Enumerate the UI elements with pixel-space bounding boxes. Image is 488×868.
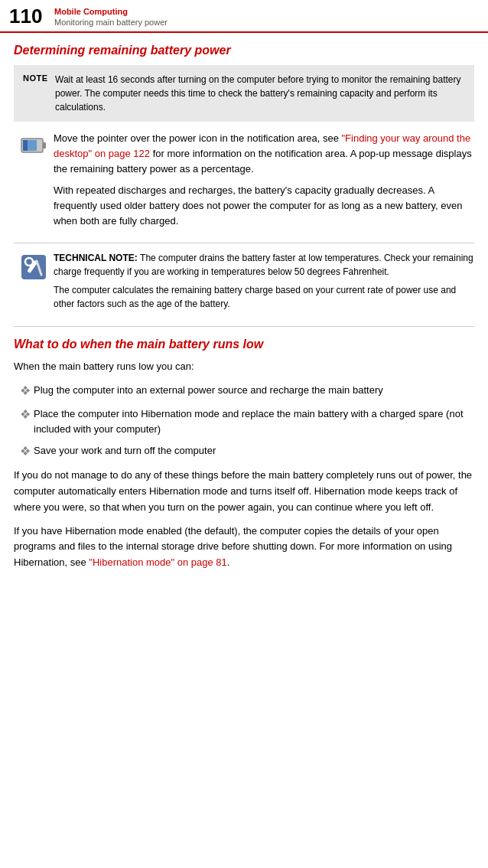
page-number: 110 [9, 6, 51, 26]
power-icon [20, 132, 47, 160]
bullet-text-1: Plug the computer into an external power… [34, 383, 474, 398]
technical-note-section: TECHNICAL NOTE: The computer drains the … [14, 251, 474, 327]
pointer-second-para: With repeated discharges and recharges, … [54, 183, 474, 229]
note-label: NOTE [23, 73, 55, 83]
note-text: Wait at least 16 seconds after turning o… [55, 73, 465, 114]
pointer-section: Move the pointer over the power icon in … [14, 131, 474, 244]
svg-rect-3 [23, 140, 28, 151]
note-box: NOTE Wait at least 16 seconds after turn… [14, 65, 474, 122]
bullet-diamond-1: ❖ [14, 383, 34, 400]
header-category: Mobile Computing [54, 6, 168, 17]
bullet-diamond-3: ❖ [14, 443, 34, 460]
section-heading-determining: Determining remaining battery power [14, 44, 474, 57]
pointer-text-block: Move the pointer over the power icon in … [54, 131, 474, 236]
bullet-text-3: Save your work and turn off the computer [34, 443, 474, 458]
bullet-text-2: Place the computer into Hibernation mode… [34, 406, 474, 437]
main-content: Determining remaining battery power NOTE… [0, 44, 488, 592]
what-to-do-intro: When the main battery runs low you can: [14, 359, 474, 375]
list-item: ❖ Place the computer into Hibernation mo… [14, 406, 474, 437]
header-subtitle: Monitoring main battery power [54, 17, 168, 28]
section-heading-what-to-do: What to do when the main battery runs lo… [14, 338, 474, 351]
svg-rect-1 [43, 142, 46, 148]
body-para-2: If you have Hibernation mode enabled (th… [14, 524, 474, 571]
wrench-icon-box [14, 251, 54, 282]
technical-note-title: TECHNICAL NOTE: [54, 253, 140, 263]
technical-note-second-para: The computer calculates the remaining ba… [54, 283, 474, 311]
body-para-1: If you do not manage to do any of these … [14, 468, 474, 515]
list-item: ❖ Save your work and turn off the comput… [14, 443, 474, 460]
pointer-main-text: Move the pointer over the power icon in … [54, 131, 474, 177]
page-header: 110 Mobile Computing Monitoring main bat… [0, 0, 488, 33]
technical-note-first-para: TECHNICAL NOTE: The computer drains the … [54, 251, 474, 279]
header-text-block: Mobile Computing Monitoring main battery… [51, 6, 168, 28]
wrench-icon [19, 253, 48, 282]
technical-note-text-block: TECHNICAL NOTE: The computer drains the … [54, 251, 474, 315]
bullet-list: ❖ Plug the computer into an external pow… [14, 383, 474, 460]
hibernation-link[interactable]: "Hibernation mode" on page 81 [89, 556, 227, 568]
list-item: ❖ Plug the computer into an external pow… [14, 383, 474, 400]
bullet-diamond-2: ❖ [14, 406, 34, 423]
power-icon-box [14, 131, 54, 160]
